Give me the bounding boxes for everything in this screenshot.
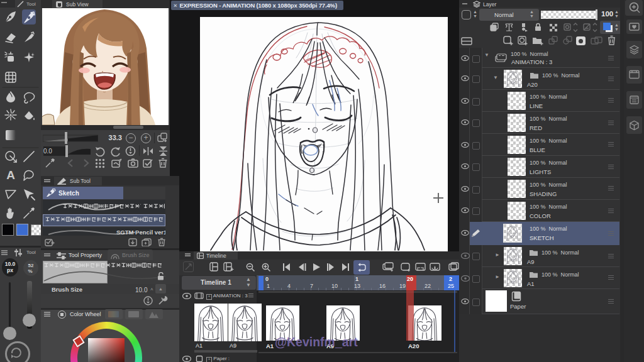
svg-text:A: A [6, 168, 15, 182]
